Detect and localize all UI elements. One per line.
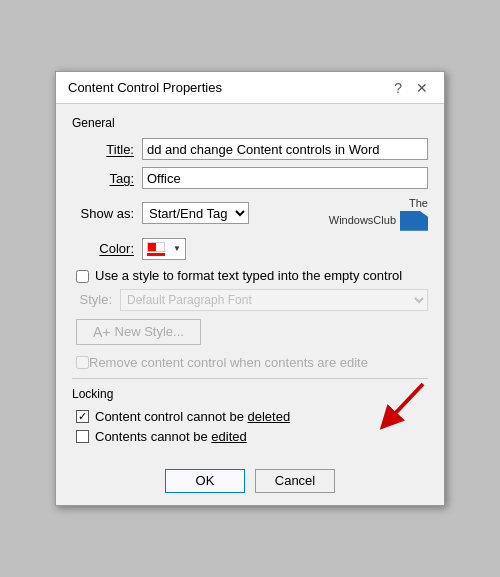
title-bar: Content Control Properties ? ✕ — [56, 72, 444, 104]
close-button[interactable]: ✕ — [412, 81, 432, 95]
tag-label: Tag: — [72, 171, 142, 186]
locking-item1: Content control cannot be deleted — [72, 409, 428, 424]
color-row: Color: ▼ — [72, 238, 428, 260]
dialog-buttons: OK Cancel — [56, 459, 444, 505]
color-picker-button[interactable]: ▼ — [142, 238, 186, 260]
title-label: Title: — [72, 142, 142, 157]
cannot-edit-checkbox[interactable] — [76, 430, 89, 443]
show-as-label: Show as: — [72, 206, 142, 221]
color-dropdown-arrow: ▼ — [173, 244, 181, 253]
remove-row: Remove content control when contents are… — [72, 355, 428, 370]
brand-area: The WindowsClub — [329, 196, 428, 230]
dialog-content: General Title: Tag: Show as: Start/End T… — [56, 104, 444, 458]
use-style-checkbox-row: Use a style to format text typed into th… — [72, 268, 428, 283]
cancel-button[interactable]: Cancel — [255, 469, 335, 493]
show-as-row: Show as: Start/End Tag Bounding Box None… — [72, 196, 428, 230]
color-label: Color: — [72, 241, 142, 256]
new-style-icon: A+ — [93, 324, 111, 340]
locking-item2: Contents cannot be edited — [72, 429, 428, 444]
brand-text-line2: WindowsClub — [329, 213, 396, 227]
remove-label: Remove content control when contents are… — [89, 355, 368, 370]
locking-item1-container: Content control cannot be deleted — [72, 409, 428, 424]
tag-row: Tag: — [72, 167, 428, 189]
divider — [72, 378, 428, 379]
new-style-label: New Style... — [115, 324, 184, 339]
ok-button[interactable]: OK — [165, 469, 245, 493]
cannot-delete-checkbox[interactable] — [76, 410, 89, 423]
brand-text-line1: The — [409, 196, 428, 210]
general-section-label: General — [72, 116, 428, 130]
locking-section: Locking Content control cannot be delete… — [72, 387, 428, 444]
brand-row2: WindowsClub — [329, 211, 428, 231]
color-underline — [147, 253, 165, 256]
cannot-edit-label: Contents cannot be edited — [95, 429, 247, 444]
style-label: Style: — [76, 292, 120, 307]
brand-icon — [400, 211, 428, 231]
content-control-dialog: Content Control Properties ? ✕ General T… — [55, 71, 445, 505]
title-input[interactable] — [142, 138, 428, 160]
title-bar-controls: ? ✕ — [390, 81, 432, 95]
cannot-delete-label: Content control cannot be deleted — [95, 409, 290, 424]
brand-row: The — [409, 196, 428, 210]
dialog-title: Content Control Properties — [68, 80, 222, 95]
use-style-label: Use a style to format text typed into th… — [95, 268, 402, 283]
edited-underline: edited — [211, 429, 246, 444]
show-as-select[interactable]: Start/End Tag Bounding Box None — [142, 202, 249, 224]
use-style-checkbox[interactable] — [76, 270, 89, 283]
color-swatch — [147, 242, 169, 256]
new-style-button: A+ New Style... — [76, 319, 201, 345]
color-swatch-inner — [147, 242, 165, 252]
deleted-underline: deleted — [248, 409, 291, 424]
locking-section-label: Locking — [72, 387, 428, 401]
tag-input[interactable] — [142, 167, 428, 189]
title-row: Title: — [72, 138, 428, 160]
help-button[interactable]: ? — [390, 81, 406, 95]
remove-checkbox — [76, 356, 89, 369]
style-row: Style: Default Paragraph Font — [72, 289, 428, 311]
style-select: Default Paragraph Font — [120, 289, 428, 311]
